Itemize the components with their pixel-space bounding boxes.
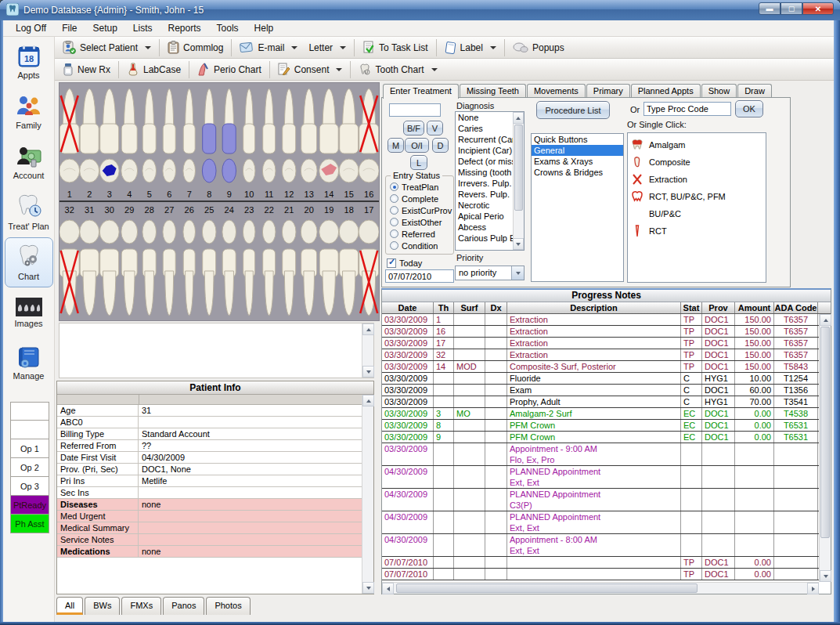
radio-icon[interactable] [390, 241, 398, 250]
surface-button-v[interactable]: V [427, 121, 443, 135]
surface-button-b-f[interactable]: B/F [403, 121, 424, 135]
diagnosis-item-missing-tooth-s[interactable]: Missing (tooth s [456, 167, 513, 178]
image-tab-fmxs[interactable]: FMXs [121, 597, 161, 615]
entry-status-option-referred[interactable]: Referred [390, 228, 453, 240]
progress-note-row[interactable]: 03/30/2009FluorideCHYG110.00T1254 [382, 373, 819, 385]
progress-note-row[interactable]: 03/30/20091ExtractionTPDOC1150.00T6357 [382, 314, 819, 326]
chart-notes-scrollbar[interactable] [362, 323, 373, 378]
toolbar-button-select-patient[interactable]: Select Patient [57, 38, 157, 57]
category-item-crowns-bridges[interactable]: Crowns & Bridges [532, 167, 623, 178]
single-click-listbox[interactable]: AmalgamCompositeExtractionRCT, BU/P&C, P… [627, 132, 766, 283]
maximize-button[interactable]: ▢ [781, 2, 802, 15]
diagnosis-item-defect-or-miss[interactable]: Defect (or miss [456, 156, 513, 167]
priority-dropdown-arrow-icon[interactable] [511, 266, 524, 280]
sidebar-module-family[interactable]: Family [5, 87, 53, 137]
diagnosis-item-carious-pulp-ex[interactable]: Carious Pulp Ex [456, 233, 513, 244]
quick-proc-composite[interactable]: Composite [628, 154, 766, 171]
dropdown-arrow-icon[interactable] [490, 46, 496, 49]
quick-proc-rct-bu-p-c-pfm[interactable]: RCT, BU/P&C, PFM [628, 188, 766, 205]
minimize-button[interactable]: ▬ [759, 2, 781, 15]
category-item-quick-buttons[interactable]: Quick Buttons [532, 134, 623, 145]
toolbar-button-label[interactable]: Label [439, 38, 502, 57]
surface-button-l[interactable]: L [410, 155, 427, 170]
dropdown-arrow-icon[interactable] [291, 46, 297, 49]
treatment-tab-show[interactable]: Show [701, 84, 737, 98]
entry-status-option-complete[interactable]: Complete [390, 193, 453, 204]
pn-col-surf[interactable]: Surf [454, 302, 485, 313]
treatment-tab-enter-treatment[interactable]: Enter Treatment [383, 84, 459, 99]
treatment-tab-planned-appts[interactable]: Planned Appts [631, 84, 701, 98]
toolbar-button-perio-chart[interactable]: Perio Chart [192, 60, 267, 79]
diagnosis-listbox[interactable]: NoneCariesRecurrent (Car)Incipient (Car)… [455, 111, 525, 251]
dropdown-arrow-icon[interactable] [145, 46, 151, 49]
toolbar-button-popups[interactable]: Popups [507, 38, 570, 57]
toolbar-button-commlog[interactable]: Commlog [162, 38, 229, 57]
toolbar-button-e-mail[interactable]: E-mail [234, 38, 303, 57]
treatment-tab-missing-teeth[interactable]: Missing Teeth [460, 84, 526, 98]
progress-notes-vscrollbar[interactable] [819, 314, 831, 582]
treatment-tab-movements[interactable]: Movements [527, 84, 586, 98]
dropdown-arrow-icon[interactable] [336, 68, 342, 71]
progress-note-row[interactable]: 04/30/2009PLANNED AppointmentExt, Ext [382, 511, 819, 534]
progress-note-row[interactable]: 03/30/200932ExtractionTPDOC1150.00T6357 [382, 349, 819, 361]
treatment-tab-primary[interactable]: Primary [586, 84, 630, 98]
op-button-op-1[interactable]: Op 1 [10, 439, 49, 458]
close-button[interactable]: ✕ [802, 2, 834, 15]
quick-proc-rct[interactable]: RCT [628, 222, 766, 240]
ok-button[interactable]: OK [735, 100, 763, 117]
menu-file[interactable]: File [54, 20, 85, 36]
sidebar-module-manage[interactable]: Manage [5, 338, 53, 388]
progress-note-row[interactable]: 07/07/2010 TPDOC10.00 [382, 569, 819, 580]
pn-col-th[interactable]: Th [434, 302, 454, 313]
radio-icon[interactable] [390, 229, 398, 238]
progress-note-row[interactable]: 04/30/2009PLANNED AppointmentExt, Ext [382, 466, 819, 489]
tooth-chart[interactable]: 1322313304295286277268259241023112212211… [59, 82, 380, 321]
progress-note-row[interactable]: 03/30/20099PFM CrownECDOC10.00T6531 [382, 432, 819, 443]
radio-icon[interactable] [390, 182, 398, 191]
diagnosis-item-none[interactable]: None [456, 112, 513, 123]
treatment-tab-draw[interactable]: Draw [737, 84, 772, 98]
entry-status-option-treatplan[interactable]: TreatPlan [390, 181, 453, 193]
proc-code-input[interactable] [644, 102, 731, 116]
progress-note-row[interactable]: 03/30/2009ExamCDOC160.00T1356 [382, 385, 819, 396]
image-tab-bws[interactable]: BWs [85, 597, 120, 615]
progress-note-row[interactable]: 03/30/200917ExtractionTPDOC1150.00T6357 [382, 338, 819, 349]
toolbar-button-consent[interactable]: Consent [272, 60, 348, 79]
menu-log-off[interactable]: Log Off [8, 20, 54, 36]
progress-note-row[interactable]: 03/30/2009Appointment - 9:00 AMFlo, Ex, … [382, 443, 819, 466]
image-tab-panos[interactable]: Panos [163, 597, 204, 615]
patient-info-scrollbar[interactable] [362, 395, 373, 594]
quick-proc-bu-p-c[interactable]: BU/P&C [628, 205, 766, 222]
radio-icon[interactable] [390, 194, 398, 203]
sidebar-module-treat-plan[interactable]: Treat' Plan [5, 187, 53, 237]
progress-note-row[interactable]: 04/30/2009Appointment - 8:00 AMExt, Ext [382, 534, 819, 557]
op-button-blank-0[interactable] [10, 402, 49, 421]
pn-col-dx[interactable]: Dx [485, 302, 507, 313]
entry-status-option-condition[interactable]: Condition [390, 240, 453, 251]
sidebar-module-appts[interactable]: 18Appts [5, 37, 53, 87]
sidebar-module-chart[interactable]: Chart [5, 237, 53, 287]
progress-note-row[interactable]: 03/30/2009Prophy, AdultCHYG170.00T3541 [382, 396, 819, 408]
progress-note-row[interactable]: 03/30/200914MODComposite-3 Surf, Posteri… [382, 361, 819, 373]
progress-note-row[interactable]: 03/30/20093MOAmalgam-2 SurfECDOC10.00T45… [382, 408, 819, 420]
toolbar-button-new-rx[interactable]: New Rx [57, 60, 116, 79]
diagnosis-item-recurrent-car[interactable]: Recurrent (Car) [456, 134, 513, 145]
entry-status-option-existcurprov[interactable]: ExistCurProv [390, 204, 453, 216]
quick-proc-extraction[interactable]: Extraction [628, 171, 766, 188]
op-button-blank-1[interactable] [10, 421, 49, 439]
surface-input[interactable] [389, 103, 441, 117]
date-input[interactable] [385, 269, 454, 283]
op-button-op-2[interactable]: Op 2 [10, 458, 49, 477]
op-button-ptready[interactable]: PtReady [10, 496, 49, 515]
surface-button-o-i[interactable]: O/I [405, 138, 429, 153]
menu-tools[interactable]: Tools [209, 20, 247, 36]
diagnosis-item-necrotic[interactable]: Necrotic [456, 200, 513, 211]
image-tab-all[interactable]: All [56, 597, 83, 615]
diagnosis-item-caries[interactable]: Caries [456, 123, 513, 134]
surface-button-d[interactable]: D [432, 138, 449, 153]
surface-button-m[interactable]: M [388, 138, 404, 153]
sidebar-module-account[interactable]: Account [5, 137, 53, 187]
progress-note-row[interactable]: 03/30/20098PFM CrownECDOC10.00T6531 [382, 420, 819, 432]
priority-dropdown[interactable]: no priority [455, 266, 525, 280]
toolbar-button-tooth-chart[interactable]: Tooth Chart [353, 60, 442, 79]
